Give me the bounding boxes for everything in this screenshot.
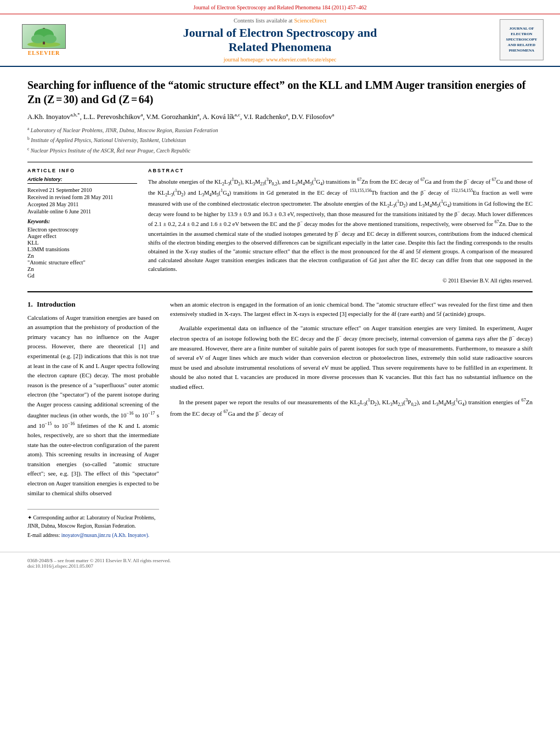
- journal-homepage: journal homepage: www.elsevier.com/locat…: [71, 56, 489, 63]
- intro-right-para-2: Available experimental data on influence…: [170, 324, 533, 392]
- intro-left-text: Calculations of Auger transition energie…: [27, 313, 159, 499]
- article-body: Searching for influence of the “atomic s…: [0, 67, 560, 552]
- journal-header: Journal of Electron Spectroscopy and Rel…: [0, 0, 560, 14]
- abstract-column: ABSTRACT The absolute energies of the KL…: [148, 168, 533, 284]
- doi-line: doi:10.1016/j.elspec.2011.05.007: [27, 563, 533, 569]
- footnote-email: E-mail address: inoyatov@nusun.jinr.ru (…: [27, 531, 159, 539]
- intro-right-text: when an atomic electron is engaged in th…: [170, 300, 533, 418]
- homepage-url[interactable]: www.elsevier.com/locate/elspec: [266, 56, 336, 63]
- intro-right-para-3: In the present paper we report the resul…: [170, 397, 533, 418]
- intro-left-col: 1. Introduction Calculations of Auger tr…: [27, 300, 159, 541]
- affiliation-b: b Institute of Applied Physics, National…: [27, 135, 533, 145]
- contents-text: Contents lists available at: [234, 18, 293, 24]
- issn-line: 0368-2048/$ – see front matter © 2011 El…: [27, 558, 533, 563]
- authors: A.Kh. Inoyatova,b,*, L.L. Perevoshchikov…: [27, 112, 533, 121]
- article-info-header: ARTICLE INFO: [27, 168, 137, 173]
- intro-para-1: Calculations of Auger transition energie…: [27, 313, 159, 499]
- sciencedirect-link[interactable]: ScienceDirect: [294, 18, 326, 24]
- intro-right-col: when an atomic electron is engaged in th…: [170, 300, 533, 541]
- affiliations: a Laboratory of Nuclear Problems, JINR, …: [27, 126, 533, 155]
- keyword-2: Auger effect: [27, 233, 137, 239]
- keyword-5: Zn: [27, 253, 137, 259]
- received-date: Received 21 September 2010: [27, 187, 137, 193]
- email-address[interactable]: inoyatov@nusun.jinr.ru (A.Kh. Inoyatov).: [61, 533, 149, 538]
- revised-date: Received in revised form 28 May 2011: [27, 194, 137, 200]
- footnote-star: ✦ Corresponding author at: Laboratory of…: [27, 514, 159, 530]
- email-label: E-mail address:: [27, 533, 60, 538]
- keyword-1: Electron spectroscopy: [27, 227, 137, 233]
- right-journal-logo: JOURNAL OFELECTRONSPECTROSCOPYAND RELATE…: [500, 19, 544, 60]
- section-number: 1.: [27, 300, 33, 308]
- footnote-area: ✦ Corresponding author at: Laboratory of…: [27, 509, 159, 539]
- keyword-8: Gd: [27, 273, 137, 279]
- info-abstract-section: ARTICLE INFO Article history: Received 2…: [27, 162, 533, 284]
- svg-point-3: [31, 35, 44, 43]
- homepage-label: journal homepage:: [224, 56, 265, 63]
- accepted-date: Accepted 28 May 2011: [27, 201, 137, 207]
- copyright-line: © 2011 Elsevier B.V. All rights reserved…: [148, 278, 533, 284]
- page: Journal of Electron Spectroscopy and Rel…: [0, 0, 560, 741]
- keyword-7: Zn: [27, 266, 137, 272]
- elsevier-logo-image: [22, 24, 66, 49]
- keyword-4: L3MM transitions: [27, 246, 137, 252]
- article-title: Searching for influence of the “atomic s…: [27, 78, 533, 106]
- svg-point-4: [43, 35, 56, 43]
- elsevier-logo-area: ELSEVIER: [16, 24, 71, 56]
- contents-line: Contents lists available at ScienceDirec…: [71, 18, 489, 24]
- abstract-header: ABSTRACT: [148, 168, 533, 173]
- elsevier-logo: ELSEVIER: [16, 24, 71, 56]
- keywords-label: Keywords:: [27, 219, 137, 224]
- journal-title: Journal of Electron Spectroscopy and Rel…: [71, 26, 489, 55]
- section-title: Introduction: [37, 300, 76, 308]
- keyword-6: "Atomic structure effect": [27, 259, 137, 265]
- affiliation-c: c Nuclear Physics Institute of the ASCR,…: [27, 146, 533, 155]
- article-history-label: Article history:: [27, 177, 137, 184]
- right-logo-area: JOURNAL OFELECTRONSPECTROSCOPYAND RELATE…: [489, 19, 544, 60]
- elsevier-tree-icon: [25, 25, 63, 47]
- affiliation-a: a Laboratory of Nuclear Problems, JINR, …: [27, 126, 533, 135]
- article-info-column: ARTICLE INFO Article history: Received 2…: [27, 168, 137, 284]
- intro-right-para-1: when an atomic electron is engaged in th…: [170, 300, 533, 319]
- elsevier-label: ELSEVIER: [28, 50, 60, 56]
- right-logo-text: JOURNAL OFELECTRONSPECTROSCOPYAND RELATE…: [506, 26, 538, 53]
- footnote-text: Corresponding author at: Laboratory of N…: [27, 515, 155, 528]
- section-heading-area: 1. Introduction: [27, 300, 159, 309]
- keyword-3: KLL: [27, 240, 137, 246]
- available-date: Available online 6 June 2011: [27, 208, 137, 214]
- keywords-section: Keywords: Electron spectroscopy Auger ef…: [27, 219, 137, 279]
- bottom-bar: 0368-2048/$ – see front matter © 2011 El…: [0, 552, 560, 572]
- abstract-text: The absolute energies of the KL2L3(1D2),…: [148, 177, 533, 274]
- introduction-section: 1. Introduction Calculations of Auger tr…: [27, 291, 533, 541]
- header-content: ELSEVIER Contents lists available at Sci…: [0, 14, 560, 67]
- header-center: Contents lists available at ScienceDirec…: [71, 18, 489, 63]
- journal-top-line: Journal of Electron Spectroscopy and Rel…: [0, 4, 560, 10]
